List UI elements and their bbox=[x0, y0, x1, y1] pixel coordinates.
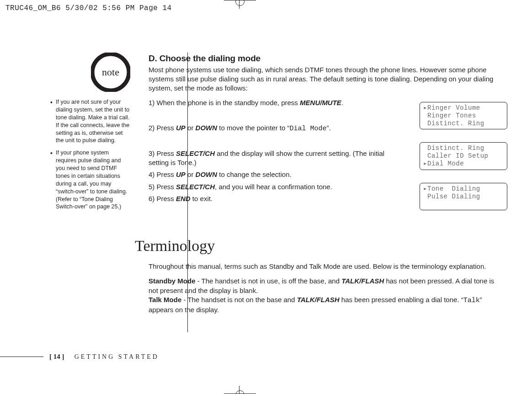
pointer-icon bbox=[423, 120, 427, 128]
keyword-up: UP bbox=[176, 170, 186, 178]
page-footer: [ 14 ] GETTING STARTED bbox=[49, 352, 159, 362]
step-text: ”. bbox=[327, 124, 331, 132]
term-talk-label: Talk Mode bbox=[149, 296, 181, 303]
step-text: Press bbox=[157, 124, 176, 132]
prepress-slug: TRUC46_OM_B6 5/30/02 5:56 PM Page 14 bbox=[5, 4, 172, 14]
keyword-talk-flash: TALK/FLASH bbox=[297, 296, 340, 303]
pointer-icon: ▸ bbox=[423, 104, 427, 112]
page-body: note If you are not sure of your dialing… bbox=[50, 53, 507, 320]
step-number: 6) bbox=[149, 195, 154, 202]
note-list: If you are not sure of your dialing syst… bbox=[50, 98, 130, 211]
lcd-column: ▸Ringer Volume Ringer Tones Distinct. Ri… bbox=[420, 102, 507, 223]
registration-mark-top bbox=[224, 0, 256, 0]
lcd-screen-2: Distinct. Ring Caller ID Setup ▸Dial Mod… bbox=[420, 142, 507, 170]
lcd-text-inline: Talk bbox=[463, 297, 480, 304]
term-standby-label: Standby Mode bbox=[149, 277, 196, 285]
term-text: - The handset is not on the base and bbox=[181, 296, 297, 303]
lcd-line: Tone Dialing bbox=[427, 185, 480, 192]
step-text: When the phone is in the standby mode, p… bbox=[157, 99, 300, 106]
lcd-line: Distinct. Ring bbox=[427, 120, 484, 127]
step-text: Press bbox=[157, 195, 176, 202]
keyword-select-ch: SELECT/CH bbox=[176, 183, 215, 191]
terminology-definitions: Standby Mode - The handset is not in use… bbox=[149, 277, 505, 314]
main-column: D. Choose the dialing mode Most phone sy… bbox=[149, 53, 505, 314]
term-text: - The handset is not in use, is off the … bbox=[196, 277, 342, 285]
pointer-icon bbox=[423, 200, 427, 208]
step-text: . bbox=[341, 99, 343, 106]
lcd-line: Caller ID Setup bbox=[427, 152, 489, 160]
lcd-line: Distinct. Ring bbox=[427, 144, 484, 152]
trim-mark-left bbox=[0, 357, 43, 357]
keyword-talk-flash: TALK/FLASH bbox=[341, 277, 384, 285]
step-number: 1) bbox=[149, 99, 154, 106]
step-number: 2) bbox=[149, 124, 154, 132]
step-text: Press bbox=[157, 183, 176, 191]
step-number: 3) bbox=[149, 149, 154, 157]
note-item: If you are not sure of your dialing syst… bbox=[50, 98, 130, 144]
lcd-line: Dial Mode bbox=[427, 160, 464, 167]
step-number: 5) bbox=[149, 183, 154, 191]
pointer-icon bbox=[423, 152, 427, 160]
terminology-intro: Throughout this manual, terms such as St… bbox=[149, 262, 505, 271]
keyword-down: DOWN bbox=[196, 124, 218, 132]
step-5: 5) Press SELECT/CH, and you will hear a … bbox=[149, 182, 391, 192]
note-item: If your phone system requires pulse dial… bbox=[50, 149, 130, 211]
step-1: 1) When the phone is in the standby mode… bbox=[149, 98, 391, 107]
lcd-text-inline: Dial Mode bbox=[289, 125, 326, 133]
pointer-icon bbox=[423, 144, 427, 152]
lcd-screen-1: ▸Ringer Volume Ringer Tones Distinct. Ri… bbox=[420, 102, 507, 129]
step-6: 6) Press END to exit. bbox=[149, 194, 391, 203]
svg-text:note: note bbox=[102, 66, 119, 78]
keyword-down: DOWN bbox=[196, 170, 218, 178]
pointer-icon: ▸ bbox=[423, 185, 427, 193]
page-number: [ 14 ] bbox=[49, 353, 64, 360]
step-4: 4) Press UP or DOWN to change the select… bbox=[149, 170, 391, 179]
pointer-icon bbox=[423, 193, 427, 201]
sidebar-note-column: note If you are not sure of your dialing… bbox=[50, 53, 130, 215]
step-number: 4) bbox=[149, 170, 154, 178]
step-3: 3) Press SELECT/CH and the display will … bbox=[149, 149, 391, 168]
term-text: has been pressed enabling a dial tone. “ bbox=[340, 296, 463, 303]
pointer-icon: ▸ bbox=[423, 160, 427, 168]
lcd-screen-3: ▸Tone Dialing Pulse Dialing bbox=[420, 183, 507, 210]
lcd-line: Ringer Volume bbox=[427, 104, 480, 112]
step-text: Press bbox=[157, 170, 176, 178]
section-d-title: D. Choose the dialing mode bbox=[149, 53, 505, 64]
pointer-icon bbox=[423, 112, 427, 120]
column-divider bbox=[187, 53, 188, 332]
step-text: to change the selection. bbox=[217, 170, 292, 178]
section-d-intro: Most phone systems use tone dialing, whi… bbox=[149, 65, 505, 93]
step-text: , and you will hear a confirmation tone. bbox=[215, 183, 332, 191]
step-2: 2) Press UP or DOWN to move the pointer … bbox=[149, 123, 391, 133]
step-text: Press bbox=[157, 149, 176, 157]
step-text: to exit. bbox=[191, 195, 213, 202]
footer-section-label: GETTING STARTED bbox=[74, 353, 159, 360]
keyword-end: END bbox=[176, 195, 191, 202]
lcd-line: Ringer Tones bbox=[427, 112, 476, 119]
lcd-line: Pulse Dialing bbox=[427, 193, 480, 200]
note-icon: note bbox=[91, 53, 130, 92]
step-text: to move the pointer to “ bbox=[217, 124, 289, 132]
keyword-menu-mute: MENU/MUTE bbox=[300, 99, 341, 106]
terminology-heading: Terminology bbox=[135, 235, 505, 256]
keyword-up: UP bbox=[176, 124, 186, 132]
keyword-select-ch: SELECT/CH bbox=[176, 149, 215, 157]
